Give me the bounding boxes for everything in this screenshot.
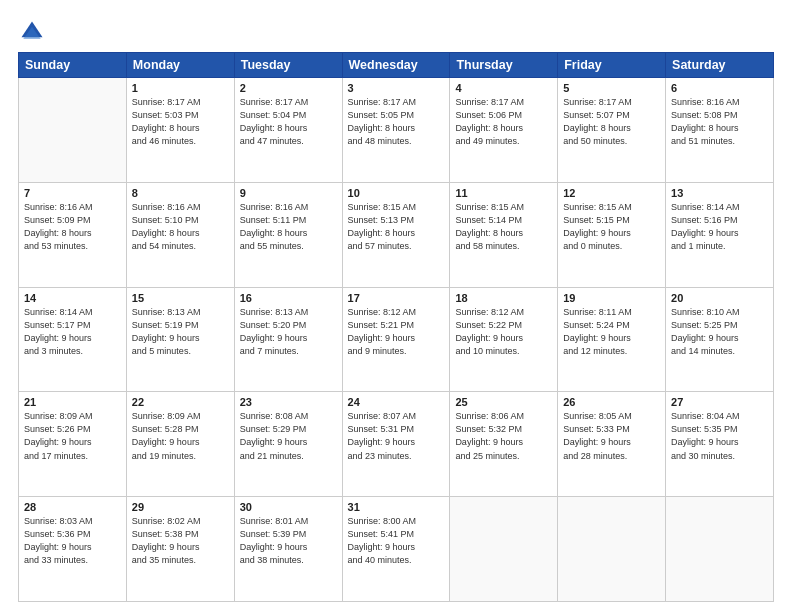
day-info: Sunrise: 8:16 AM Sunset: 5:09 PM Dayligh… [24, 201, 121, 253]
calendar-day-cell: 4Sunrise: 8:17 AM Sunset: 5:06 PM Daylig… [450, 78, 558, 183]
calendar-day-header: Wednesday [342, 53, 450, 78]
day-number: 19 [563, 292, 660, 304]
calendar-day-cell: 14Sunrise: 8:14 AM Sunset: 5:17 PM Dayli… [19, 287, 127, 392]
calendar-day-header: Friday [558, 53, 666, 78]
day-info: Sunrise: 8:05 AM Sunset: 5:33 PM Dayligh… [563, 410, 660, 462]
calendar-day-cell: 17Sunrise: 8:12 AM Sunset: 5:21 PM Dayli… [342, 287, 450, 392]
day-number: 31 [348, 501, 445, 513]
calendar-week-row: 28Sunrise: 8:03 AM Sunset: 5:36 PM Dayli… [19, 497, 774, 602]
calendar-day-cell: 7Sunrise: 8:16 AM Sunset: 5:09 PM Daylig… [19, 182, 127, 287]
day-info: Sunrise: 8:15 AM Sunset: 5:15 PM Dayligh… [563, 201, 660, 253]
day-number: 16 [240, 292, 337, 304]
day-number: 10 [348, 187, 445, 199]
calendar-day-header: Thursday [450, 53, 558, 78]
day-info: Sunrise: 8:12 AM Sunset: 5:22 PM Dayligh… [455, 306, 552, 358]
calendar-day-cell: 19Sunrise: 8:11 AM Sunset: 5:24 PM Dayli… [558, 287, 666, 392]
calendar-day-cell: 1Sunrise: 8:17 AM Sunset: 5:03 PM Daylig… [126, 78, 234, 183]
calendar-day-cell: 18Sunrise: 8:12 AM Sunset: 5:22 PM Dayli… [450, 287, 558, 392]
calendar-day-cell: 30Sunrise: 8:01 AM Sunset: 5:39 PM Dayli… [234, 497, 342, 602]
header [18, 18, 774, 46]
day-info: Sunrise: 8:17 AM Sunset: 5:03 PM Dayligh… [132, 96, 229, 148]
day-info: Sunrise: 8:14 AM Sunset: 5:16 PM Dayligh… [671, 201, 768, 253]
day-info: Sunrise: 8:09 AM Sunset: 5:28 PM Dayligh… [132, 410, 229, 462]
day-number: 26 [563, 396, 660, 408]
day-info: Sunrise: 8:03 AM Sunset: 5:36 PM Dayligh… [24, 515, 121, 567]
day-info: Sunrise: 8:14 AM Sunset: 5:17 PM Dayligh… [24, 306, 121, 358]
day-number: 20 [671, 292, 768, 304]
calendar-day-cell: 5Sunrise: 8:17 AM Sunset: 5:07 PM Daylig… [558, 78, 666, 183]
calendar-day-cell: 26Sunrise: 8:05 AM Sunset: 5:33 PM Dayli… [558, 392, 666, 497]
day-info: Sunrise: 8:01 AM Sunset: 5:39 PM Dayligh… [240, 515, 337, 567]
day-number: 1 [132, 82, 229, 94]
day-info: Sunrise: 8:16 AM Sunset: 5:08 PM Dayligh… [671, 96, 768, 148]
day-number: 6 [671, 82, 768, 94]
day-number: 21 [24, 396, 121, 408]
day-info: Sunrise: 8:17 AM Sunset: 5:04 PM Dayligh… [240, 96, 337, 148]
calendar-day-cell: 29Sunrise: 8:02 AM Sunset: 5:38 PM Dayli… [126, 497, 234, 602]
calendar-day-cell: 21Sunrise: 8:09 AM Sunset: 5:26 PM Dayli… [19, 392, 127, 497]
calendar-day-cell [666, 497, 774, 602]
day-number: 7 [24, 187, 121, 199]
logo [18, 18, 48, 46]
calendar-day-cell: 25Sunrise: 8:06 AM Sunset: 5:32 PM Dayli… [450, 392, 558, 497]
day-info: Sunrise: 8:00 AM Sunset: 5:41 PM Dayligh… [348, 515, 445, 567]
calendar-week-row: 7Sunrise: 8:16 AM Sunset: 5:09 PM Daylig… [19, 182, 774, 287]
day-number: 14 [24, 292, 121, 304]
day-number: 22 [132, 396, 229, 408]
day-number: 23 [240, 396, 337, 408]
day-info: Sunrise: 8:10 AM Sunset: 5:25 PM Dayligh… [671, 306, 768, 358]
calendar-day-cell [450, 497, 558, 602]
calendar-day-cell: 20Sunrise: 8:10 AM Sunset: 5:25 PM Dayli… [666, 287, 774, 392]
day-info: Sunrise: 8:15 AM Sunset: 5:14 PM Dayligh… [455, 201, 552, 253]
calendar-day-cell [19, 78, 127, 183]
day-number: 29 [132, 501, 229, 513]
calendar-day-cell: 12Sunrise: 8:15 AM Sunset: 5:15 PM Dayli… [558, 182, 666, 287]
calendar-day-header: Sunday [19, 53, 127, 78]
day-info: Sunrise: 8:07 AM Sunset: 5:31 PM Dayligh… [348, 410, 445, 462]
calendar-week-row: 21Sunrise: 8:09 AM Sunset: 5:26 PM Dayli… [19, 392, 774, 497]
calendar-day-cell: 27Sunrise: 8:04 AM Sunset: 5:35 PM Dayli… [666, 392, 774, 497]
day-number: 28 [24, 501, 121, 513]
calendar-day-cell [558, 497, 666, 602]
logo-icon [18, 18, 46, 46]
day-info: Sunrise: 8:15 AM Sunset: 5:13 PM Dayligh… [348, 201, 445, 253]
day-info: Sunrise: 8:02 AM Sunset: 5:38 PM Dayligh… [132, 515, 229, 567]
calendar-day-cell: 23Sunrise: 8:08 AM Sunset: 5:29 PM Dayli… [234, 392, 342, 497]
day-info: Sunrise: 8:13 AM Sunset: 5:20 PM Dayligh… [240, 306, 337, 358]
calendar-day-cell: 15Sunrise: 8:13 AM Sunset: 5:19 PM Dayli… [126, 287, 234, 392]
day-number: 8 [132, 187, 229, 199]
day-info: Sunrise: 8:16 AM Sunset: 5:11 PM Dayligh… [240, 201, 337, 253]
day-number: 13 [671, 187, 768, 199]
day-number: 24 [348, 396, 445, 408]
calendar-header-row: SundayMondayTuesdayWednesdayThursdayFrid… [19, 53, 774, 78]
day-info: Sunrise: 8:13 AM Sunset: 5:19 PM Dayligh… [132, 306, 229, 358]
day-info: Sunrise: 8:12 AM Sunset: 5:21 PM Dayligh… [348, 306, 445, 358]
day-info: Sunrise: 8:06 AM Sunset: 5:32 PM Dayligh… [455, 410, 552, 462]
day-number: 9 [240, 187, 337, 199]
calendar: SundayMondayTuesdayWednesdayThursdayFrid… [18, 52, 774, 602]
day-number: 25 [455, 396, 552, 408]
calendar-day-cell: 31Sunrise: 8:00 AM Sunset: 5:41 PM Dayli… [342, 497, 450, 602]
calendar-day-header: Saturday [666, 53, 774, 78]
day-number: 17 [348, 292, 445, 304]
day-number: 27 [671, 396, 768, 408]
day-info: Sunrise: 8:17 AM Sunset: 5:06 PM Dayligh… [455, 96, 552, 148]
calendar-day-header: Tuesday [234, 53, 342, 78]
calendar-day-cell: 2Sunrise: 8:17 AM Sunset: 5:04 PM Daylig… [234, 78, 342, 183]
day-number: 30 [240, 501, 337, 513]
calendar-day-cell: 9Sunrise: 8:16 AM Sunset: 5:11 PM Daylig… [234, 182, 342, 287]
day-number: 15 [132, 292, 229, 304]
calendar-day-header: Monday [126, 53, 234, 78]
day-number: 3 [348, 82, 445, 94]
day-number: 11 [455, 187, 552, 199]
calendar-day-cell: 11Sunrise: 8:15 AM Sunset: 5:14 PM Dayli… [450, 182, 558, 287]
day-info: Sunrise: 8:04 AM Sunset: 5:35 PM Dayligh… [671, 410, 768, 462]
day-number: 5 [563, 82, 660, 94]
calendar-day-cell: 22Sunrise: 8:09 AM Sunset: 5:28 PM Dayli… [126, 392, 234, 497]
day-number: 18 [455, 292, 552, 304]
day-info: Sunrise: 8:17 AM Sunset: 5:05 PM Dayligh… [348, 96, 445, 148]
day-info: Sunrise: 8:11 AM Sunset: 5:24 PM Dayligh… [563, 306, 660, 358]
day-info: Sunrise: 8:09 AM Sunset: 5:26 PM Dayligh… [24, 410, 121, 462]
calendar-week-row: 14Sunrise: 8:14 AM Sunset: 5:17 PM Dayli… [19, 287, 774, 392]
calendar-day-cell: 24Sunrise: 8:07 AM Sunset: 5:31 PM Dayli… [342, 392, 450, 497]
